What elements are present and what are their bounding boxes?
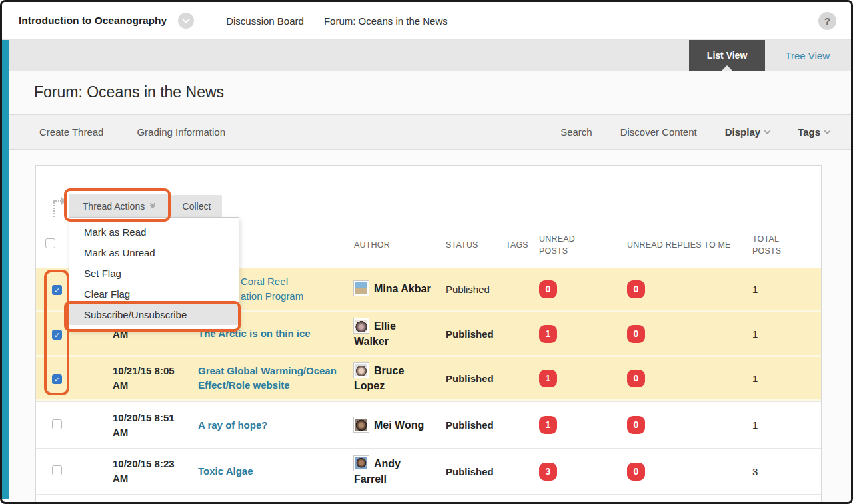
column-header: AUTHOR [344,239,436,251]
status-cell: Published [436,466,496,477]
total-posts-value: 1 [752,328,758,340]
status-cell: Published [436,328,496,340]
unread-posts-cell: 1 [529,416,617,434]
double-chevron-down-icon [151,204,155,208]
author-name: Mina Akbar [354,281,436,296]
column-header-label: TOTAL POSTS [752,233,789,257]
breadcrumb: Discussion BoardForum: Oceans in the New… [226,15,448,27]
thread-title-line: ation Program [241,289,303,304]
avatar [354,417,369,432]
action-discover-content[interactable]: Discover Content [620,126,697,138]
breadcrumb-item[interactable]: Discussion Board [226,15,304,27]
menu-item-set-flag[interactable]: Set Flag [69,263,239,284]
author-cell: Ellie Walker [344,318,436,349]
author-cell: Mina Akbar [344,281,436,296]
help-button[interactable]: ? [818,12,836,30]
thread-title-link[interactable]: Toxic Algae [198,464,253,479]
avatar [354,281,369,296]
thread-title-link[interactable]: A ray of hope? [198,418,267,433]
action-search[interactable]: Search [560,126,592,138]
thread-title-cell: Toxic Algae [188,464,344,479]
avatar [354,456,369,471]
row-checkbox[interactable]: ✓ [52,285,62,295]
author-name: Andy Farrell [354,456,436,487]
tab-list-view[interactable]: List View [689,40,765,71]
column-header-label: UNREAD POSTS [539,233,586,257]
total-posts-cell: 3 [742,466,821,477]
date-cell: 10/20/15 8:51 AM [103,411,188,440]
total-posts-value: 1 [752,419,758,431]
chevron-down-icon [764,128,771,134]
column-header-label: TAGS [506,240,528,250]
column-header-label: AUTHOR [354,240,390,250]
row-checkbox[interactable] [52,419,62,429]
thread-row: 10/20/15 8:51 AMA ray of hope?Mei WongPu… [36,401,821,448]
thread-status: Published [446,373,494,384]
tab-tree-view[interactable]: Tree View [773,40,842,71]
status-cell: Published [436,419,496,431]
unread-posts-cell: 1 [529,370,617,387]
thread-actions-dropdown-menu: Mark as ReadMark as UnreadSet FlagClear … [69,217,239,331]
author-cell: Bruce Lopez [344,363,436,393]
total-posts-value: 3 [752,466,758,477]
action-create-thread[interactable]: Create Thread [39,126,103,138]
total-posts-cell: 1 [742,419,821,431]
status-cell: Published [436,284,496,295]
action-bar: Create ThreadGrading Information SearchD… [9,114,851,150]
unread-replies-cell: 0 [617,416,742,434]
author-name: Ellie Walker [354,318,436,349]
thread-actions-button[interactable]: Thread Actions [69,194,168,219]
column-header: UNREAD REPLIES TO ME [617,239,742,251]
unread-posts-cell: 3 [529,463,617,481]
breadcrumb-item[interactable]: Forum: Oceans in the News [324,15,448,27]
collect-button[interactable]: Collect [171,195,222,218]
row-checkbox[interactable]: ✓ [52,330,62,340]
action-display[interactable]: Display [725,126,770,138]
course-menu-edge-bar [2,40,9,499]
column-header: STATUS [436,239,496,251]
menu-item-mark-as-unread[interactable]: Mark as Unread [69,242,239,263]
thread-status: Published [446,284,490,295]
thread-date: 10/20/15 8:23 AM [113,457,188,486]
total-posts-cell: 1 [742,373,821,384]
unread-posts-badge: 3 [539,463,557,481]
course-menu-toggle[interactable] [178,13,194,29]
menu-item-mark-as-read[interactable]: Mark as Read [69,222,239,242]
unread-replies-cell: 0 [617,463,742,481]
thread-row: 10/20/15 8:23 AMToxic AlgaeAndy FarrellP… [36,448,821,495]
menu-item-clear-flag[interactable]: Clear Flag [69,284,239,304]
chevron-down-icon [824,128,831,134]
thread-list-toolbar: Thread Actions Collect [36,166,821,222]
column-header: TOTAL POSTS [742,233,821,257]
action-label: Tags [798,126,820,138]
row-select-cell: ✓ [36,373,103,384]
author-name: Bruce Lopez [354,363,436,393]
select-all-checkbox[interactable] [45,238,55,248]
column-header: UNREAD POSTS [529,233,617,257]
thread-title-link[interactable]: Coral Reefation Program [241,274,303,304]
action-grading-information[interactable]: Grading Information [137,126,225,138]
thread-date: 10/20/15 8:51 AM [113,411,188,440]
column-header-label: UNREAD REPLIES TO ME [627,239,731,251]
action-label: Search [560,126,592,138]
column-header-label: STATUS [446,240,478,250]
thread-list-container: Thread Actions Collect AUTHORSTATUSTAGSU… [35,165,822,504]
unread-replies-badge: 0 [627,280,645,298]
action-tags[interactable]: Tags [798,126,830,138]
menu-item-subscribe-unsubscribe[interactable]: Subscribe/Unsubscribe [69,304,239,325]
author-name: Mei Wong [354,417,436,433]
thread-row: ✓10/21/15 8:05 AMGreat Global Warming/Oc… [36,357,821,401]
row-checkbox[interactable]: ✓ [52,374,62,384]
row-checkbox[interactable] [52,465,62,475]
view-tabs-band: List View Tree View [9,40,851,71]
total-posts-cell: 1 [742,328,821,340]
unread-replies-badge: 0 [627,370,645,387]
action-bar-right: SearchDiscover ContentDisplayTags [560,126,830,138]
row-select-cell [36,465,103,477]
thread-status: Published [446,328,494,340]
screenshot-frame: Introduction to Oceanography Discussion … [0,0,853,504]
unread-posts-badge: 1 [539,370,557,387]
date-cell: 10/20/15 8:23 AM [103,457,188,486]
total-posts-value: 1 [752,284,758,295]
thread-title-link[interactable]: Great Global Warming/Ocean Effect/Role w… [198,364,344,393]
